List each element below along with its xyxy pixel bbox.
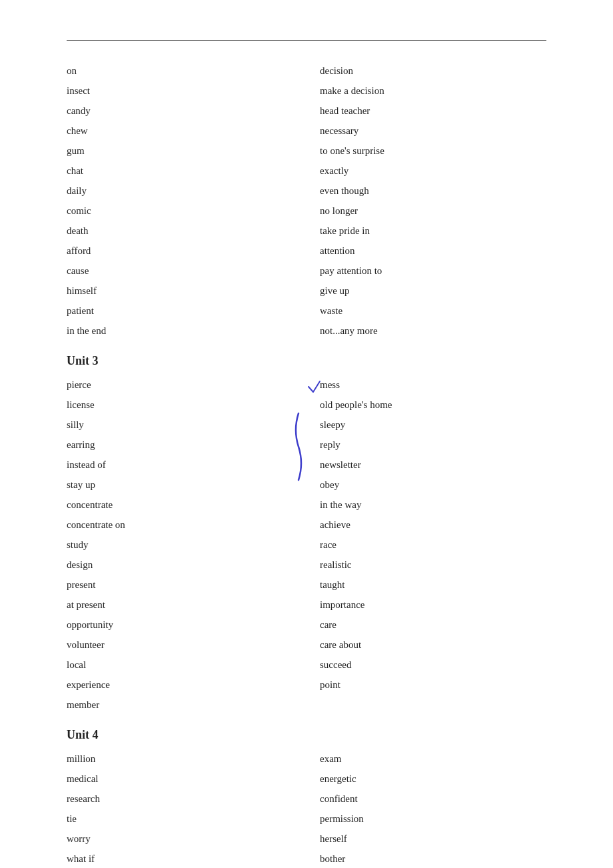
word-item: bother: [320, 849, 546, 868]
word-item: pay attention to: [320, 261, 546, 281]
word-item: instead of: [67, 455, 293, 475]
word-item: local: [67, 655, 293, 675]
word-item: permission: [320, 809, 546, 829]
word-item: realistic: [320, 555, 546, 575]
word-item: at present: [67, 595, 293, 615]
word-item: stay up: [67, 475, 293, 495]
word-item: care about: [320, 635, 546, 655]
word-item: experience: [67, 675, 293, 695]
word-item: [320, 695, 546, 715]
word-item: daily: [67, 181, 293, 201]
word-item: succeed: [320, 655, 546, 675]
word-item: research: [67, 789, 293, 809]
word-item: tie: [67, 809, 293, 829]
word-item: afford: [67, 241, 293, 261]
word-item: in the end: [67, 321, 293, 341]
word-item: chat: [67, 161, 293, 181]
word-item: medical: [67, 769, 293, 789]
unit3-heading: Unit 3: [67, 354, 546, 368]
word-item: death: [67, 221, 293, 241]
word-item: pierce: [67, 375, 293, 395]
word-item: head teacher: [320, 101, 546, 121]
word-item: care: [320, 615, 546, 635]
word-item: in the way: [320, 495, 546, 515]
word-item: reply: [320, 435, 546, 455]
word-item: taught: [320, 575, 546, 595]
word-item: worry: [67, 829, 293, 849]
word-item: concentrate: [67, 495, 293, 515]
word-item: candy: [67, 101, 293, 121]
word-item: newsletter: [320, 455, 546, 475]
word-item: chew: [67, 121, 293, 141]
word-item: make a decision: [320, 81, 546, 101]
word-item: himself: [67, 281, 293, 301]
word-item: on: [67, 61, 293, 81]
word-item: necessary: [320, 121, 546, 141]
word-item: energetic: [320, 769, 546, 789]
word-item: achieve: [320, 515, 546, 535]
word-item: obey: [320, 475, 546, 495]
word-item: even though: [320, 181, 546, 201]
word-item: sleepy: [320, 415, 546, 435]
word-item: gum: [67, 141, 293, 161]
word-item: study: [67, 535, 293, 555]
word-item: point: [320, 675, 546, 695]
word-item: not...any more: [320, 321, 546, 341]
word-item: give up: [320, 281, 546, 301]
word-item: exactly: [320, 161, 546, 181]
word-item: earring: [67, 435, 293, 455]
word-item: concentrate on: [67, 515, 293, 535]
word-item: waste: [320, 301, 546, 321]
word-item: present: [67, 575, 293, 595]
word-item: comic: [67, 201, 293, 221]
word-item: attention: [320, 241, 546, 261]
word-item: to one's surprise: [320, 141, 546, 161]
unit4-grid: Unit 4millionexammedicalenergeticresearc…: [67, 715, 546, 868]
word-item: confident: [320, 789, 546, 809]
word-item: opportunity: [67, 615, 293, 635]
unit3-grid: Unit 3piercemesslicenseold people's home…: [67, 341, 546, 715]
word-item: insect: [67, 81, 293, 101]
word-item: herself: [320, 829, 546, 849]
word-item: patient: [67, 301, 293, 321]
word-item: mess: [320, 375, 546, 395]
word-item: decision: [320, 61, 546, 81]
page: ondecisioninsectmake a decisioncandyhead…: [0, 0, 613, 868]
unit4-heading: Unit 4: [67, 728, 546, 742]
word-item: exam: [320, 749, 546, 769]
word-item: cause: [67, 261, 293, 281]
word-item: take pride in: [320, 221, 546, 241]
word-item: silly: [67, 415, 293, 435]
word-item: million: [67, 749, 293, 769]
word-item: no longer: [320, 201, 546, 221]
word-item: volunteer: [67, 635, 293, 655]
word-item: importance: [320, 595, 546, 615]
word-item: member: [67, 695, 293, 715]
word-item: license: [67, 395, 293, 415]
word-item: design: [67, 555, 293, 575]
top-word-grid: ondecisioninsectmake a decisioncandyhead…: [67, 61, 546, 341]
word-item: old people's home: [320, 395, 546, 415]
top-rule: [67, 40, 546, 41]
word-item: race: [320, 535, 546, 555]
word-item: what if: [67, 849, 293, 868]
